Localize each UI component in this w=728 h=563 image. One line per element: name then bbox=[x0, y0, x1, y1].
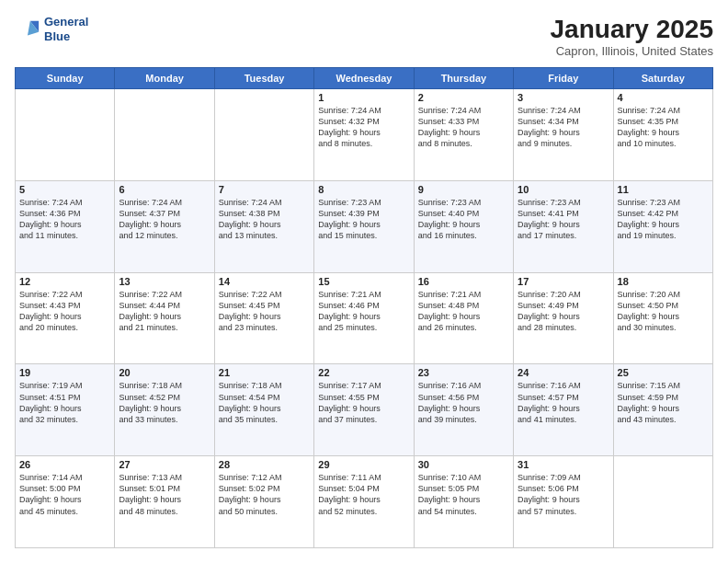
day-content: Sunrise: 7:16 AM Sunset: 4:57 PM Dayligh… bbox=[518, 380, 609, 425]
day-content: Sunrise: 7:24 AM Sunset: 4:37 PM Dayligh… bbox=[119, 197, 210, 242]
day-number: 27 bbox=[119, 459, 210, 470]
logo-line1: General bbox=[44, 15, 88, 29]
subtitle: Capron, Illinois, United States bbox=[551, 44, 713, 58]
calendar-cell: 24Sunrise: 7:16 AM Sunset: 4:57 PM Dayli… bbox=[514, 364, 613, 456]
day-number: 7 bbox=[219, 184, 310, 195]
day-number: 4 bbox=[618, 92, 709, 103]
day-content: Sunrise: 7:21 AM Sunset: 4:46 PM Dayligh… bbox=[318, 289, 409, 334]
day-content: Sunrise: 7:24 AM Sunset: 4:38 PM Dayligh… bbox=[219, 197, 310, 242]
weekday-header-monday: Monday bbox=[115, 68, 214, 89]
calendar-cell: 16Sunrise: 7:21 AM Sunset: 4:48 PM Dayli… bbox=[414, 272, 513, 364]
day-number: 23 bbox=[418, 367, 509, 378]
weekday-header-sunday: Sunday bbox=[16, 68, 115, 89]
calendar-cell bbox=[613, 456, 712, 548]
day-content: Sunrise: 7:11 AM Sunset: 5:04 PM Dayligh… bbox=[318, 472, 409, 517]
day-number: 31 bbox=[518, 459, 609, 470]
calendar-cell: 26Sunrise: 7:14 AM Sunset: 5:00 PM Dayli… bbox=[16, 456, 115, 548]
week-row-5: 26Sunrise: 7:14 AM Sunset: 5:00 PM Dayli… bbox=[16, 456, 713, 548]
day-number: 25 bbox=[618, 367, 709, 378]
calendar-cell: 14Sunrise: 7:22 AM Sunset: 4:45 PM Dayli… bbox=[214, 272, 313, 364]
calendar-cell: 7Sunrise: 7:24 AM Sunset: 4:38 PM Daylig… bbox=[214, 180, 313, 272]
logo-icon bbox=[15, 17, 40, 42]
day-content: Sunrise: 7:16 AM Sunset: 4:56 PM Dayligh… bbox=[418, 380, 509, 425]
calendar-cell bbox=[115, 89, 214, 181]
calendar-cell: 22Sunrise: 7:17 AM Sunset: 4:55 PM Dayli… bbox=[314, 364, 414, 456]
page: General Blue January 2025 Capron, Illino… bbox=[0, 0, 728, 563]
day-content: Sunrise: 7:24 AM Sunset: 4:35 PM Dayligh… bbox=[618, 105, 709, 150]
day-content: Sunrise: 7:17 AM Sunset: 4:55 PM Dayligh… bbox=[318, 380, 409, 425]
day-content: Sunrise: 7:22 AM Sunset: 4:44 PM Dayligh… bbox=[119, 289, 210, 334]
day-content: Sunrise: 7:20 AM Sunset: 4:49 PM Dayligh… bbox=[518, 289, 609, 334]
day-content: Sunrise: 7:18 AM Sunset: 4:52 PM Dayligh… bbox=[119, 380, 210, 425]
calendar-cell bbox=[16, 89, 115, 181]
day-content: Sunrise: 7:19 AM Sunset: 4:51 PM Dayligh… bbox=[19, 380, 110, 425]
calendar-cell: 31Sunrise: 7:09 AM Sunset: 5:06 PM Dayli… bbox=[514, 456, 613, 548]
day-content: Sunrise: 7:14 AM Sunset: 5:00 PM Dayligh… bbox=[19, 472, 110, 517]
calendar-cell: 3Sunrise: 7:24 AM Sunset: 4:34 PM Daylig… bbox=[514, 89, 613, 181]
day-content: Sunrise: 7:24 AM Sunset: 4:34 PM Dayligh… bbox=[518, 105, 609, 150]
calendar-cell: 13Sunrise: 7:22 AM Sunset: 4:44 PM Dayli… bbox=[115, 272, 214, 364]
logo-line2: Blue bbox=[44, 29, 70, 43]
day-content: Sunrise: 7:24 AM Sunset: 4:32 PM Dayligh… bbox=[318, 105, 409, 150]
week-row-2: 5Sunrise: 7:24 AM Sunset: 4:36 PM Daylig… bbox=[16, 180, 713, 272]
day-content: Sunrise: 7:21 AM Sunset: 4:48 PM Dayligh… bbox=[418, 289, 509, 334]
day-content: Sunrise: 7:13 AM Sunset: 5:01 PM Dayligh… bbox=[119, 472, 210, 517]
calendar-cell: 29Sunrise: 7:11 AM Sunset: 5:04 PM Dayli… bbox=[314, 456, 414, 548]
day-number: 24 bbox=[518, 367, 609, 378]
calendar-cell bbox=[214, 89, 313, 181]
calendar-cell: 6Sunrise: 7:24 AM Sunset: 4:37 PM Daylig… bbox=[115, 180, 214, 272]
calendar-cell: 12Sunrise: 7:22 AM Sunset: 4:43 PM Dayli… bbox=[16, 272, 115, 364]
weekday-header-tuesday: Tuesday bbox=[214, 68, 313, 89]
calendar-cell: 4Sunrise: 7:24 AM Sunset: 4:35 PM Daylig… bbox=[613, 89, 712, 181]
day-content: Sunrise: 7:23 AM Sunset: 4:39 PM Dayligh… bbox=[318, 197, 409, 242]
day-content: Sunrise: 7:20 AM Sunset: 4:50 PM Dayligh… bbox=[618, 289, 709, 334]
day-content: Sunrise: 7:15 AM Sunset: 4:59 PM Dayligh… bbox=[618, 380, 709, 425]
day-number: 16 bbox=[418, 276, 509, 287]
weekday-header-thursday: Thursday bbox=[414, 68, 513, 89]
day-content: Sunrise: 7:24 AM Sunset: 4:36 PM Dayligh… bbox=[19, 197, 110, 242]
day-content: Sunrise: 7:22 AM Sunset: 4:43 PM Dayligh… bbox=[19, 289, 110, 334]
calendar-cell: 17Sunrise: 7:20 AM Sunset: 4:49 PM Dayli… bbox=[514, 272, 613, 364]
calendar-cell: 21Sunrise: 7:18 AM Sunset: 4:54 PM Dayli… bbox=[214, 364, 313, 456]
day-content: Sunrise: 7:18 AM Sunset: 4:54 PM Dayligh… bbox=[219, 380, 310, 425]
day-number: 14 bbox=[219, 276, 310, 287]
calendar-table: SundayMondayTuesdayWednesdayThursdayFrid… bbox=[15, 67, 713, 548]
day-number: 10 bbox=[518, 184, 609, 195]
calendar-cell: 23Sunrise: 7:16 AM Sunset: 4:56 PM Dayli… bbox=[414, 364, 513, 456]
calendar-cell: 15Sunrise: 7:21 AM Sunset: 4:46 PM Dayli… bbox=[314, 272, 414, 364]
day-number: 30 bbox=[418, 459, 509, 470]
title-block: January 2025 Capron, Illinois, United St… bbox=[551, 15, 713, 58]
day-number: 6 bbox=[119, 184, 210, 195]
week-row-4: 19Sunrise: 7:19 AM Sunset: 4:51 PM Dayli… bbox=[16, 364, 713, 456]
day-number: 12 bbox=[19, 276, 110, 287]
calendar-cell: 11Sunrise: 7:23 AM Sunset: 4:42 PM Dayli… bbox=[613, 180, 712, 272]
day-content: Sunrise: 7:22 AM Sunset: 4:45 PM Dayligh… bbox=[219, 289, 310, 334]
day-content: Sunrise: 7:23 AM Sunset: 4:40 PM Dayligh… bbox=[418, 197, 509, 242]
day-number: 28 bbox=[219, 459, 310, 470]
day-number: 5 bbox=[19, 184, 110, 195]
day-number: 11 bbox=[618, 184, 709, 195]
calendar-cell: 5Sunrise: 7:24 AM Sunset: 4:36 PM Daylig… bbox=[16, 180, 115, 272]
day-content: Sunrise: 7:24 AM Sunset: 4:33 PM Dayligh… bbox=[418, 105, 509, 150]
week-row-3: 12Sunrise: 7:22 AM Sunset: 4:43 PM Dayli… bbox=[16, 272, 713, 364]
day-number: 17 bbox=[518, 276, 609, 287]
calendar-cell: 27Sunrise: 7:13 AM Sunset: 5:01 PM Dayli… bbox=[115, 456, 214, 548]
logo: General Blue bbox=[15, 15, 88, 43]
day-number: 9 bbox=[418, 184, 509, 195]
day-number: 18 bbox=[618, 276, 709, 287]
week-row-1: 1Sunrise: 7:24 AM Sunset: 4:32 PM Daylig… bbox=[16, 89, 713, 181]
header: General Blue January 2025 Capron, Illino… bbox=[15, 15, 713, 58]
day-number: 15 bbox=[318, 276, 409, 287]
day-content: Sunrise: 7:12 AM Sunset: 5:02 PM Dayligh… bbox=[219, 472, 310, 517]
calendar-cell: 9Sunrise: 7:23 AM Sunset: 4:40 PM Daylig… bbox=[414, 180, 513, 272]
main-title: January 2025 bbox=[551, 15, 713, 44]
calendar-cell: 2Sunrise: 7:24 AM Sunset: 4:33 PM Daylig… bbox=[414, 89, 513, 181]
day-content: Sunrise: 7:23 AM Sunset: 4:42 PM Dayligh… bbox=[618, 197, 709, 242]
weekday-header-friday: Friday bbox=[514, 68, 613, 89]
day-number: 1 bbox=[318, 92, 409, 103]
weekday-header-wednesday: Wednesday bbox=[314, 68, 414, 89]
calendar-cell: 10Sunrise: 7:23 AM Sunset: 4:41 PM Dayli… bbox=[514, 180, 613, 272]
calendar-cell: 30Sunrise: 7:10 AM Sunset: 5:05 PM Dayli… bbox=[414, 456, 513, 548]
day-number: 26 bbox=[19, 459, 110, 470]
day-number: 13 bbox=[119, 276, 210, 287]
